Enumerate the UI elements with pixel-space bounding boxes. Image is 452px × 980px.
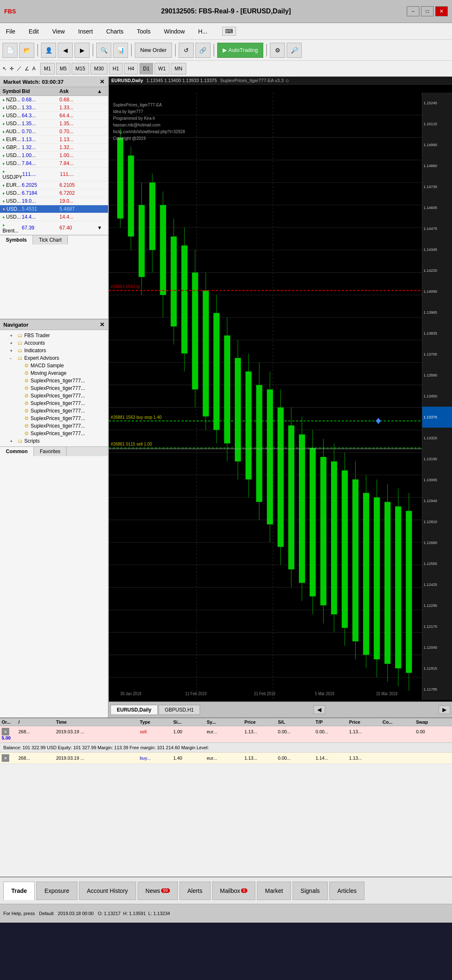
tf-m30[interactable]: M30 [90, 63, 108, 75]
tab-market[interactable]: Market [257, 882, 291, 900]
minimize-button[interactable]: − [407, 6, 419, 16]
pending-tp: 1.14... [316, 756, 349, 761]
menu-tools[interactable]: Tools [134, 26, 153, 36]
tab-tick-chart[interactable]: Tick Chart [33, 235, 68, 245]
tab-symbols[interactable]: Symbols [0, 235, 33, 245]
tf-m1[interactable]: M1 [40, 63, 55, 75]
nav-item-indicators[interactable]: + 🗂 Indicators [2, 347, 106, 354]
cursor-tool[interactable]: ↖ [3, 66, 7, 72]
market-row[interactable]: ♦ USD... 6.7184 6.7202 [0, 189, 108, 197]
tab-common[interactable]: Common [0, 447, 34, 456]
nav-item-suplex5[interactable]: ⚙ SuplexPrices_tiger777... [2, 407, 106, 415]
order-close-button[interactable]: ✕ [2, 728, 9, 735]
market-row[interactable]: ♦ USDJPY 111.... 111.... [0, 168, 108, 181]
tab-account-history[interactable]: Account History [79, 882, 136, 900]
connect-button[interactable]: 🔗 [195, 43, 211, 58]
angle-tool[interactable]: ∠ [25, 66, 29, 72]
nav-item-suplex2[interactable]: ⚙ SuplexPrices_tiger777... [2, 384, 106, 392]
nav-item-macd[interactable]: ⚙ MACD Sample [2, 362, 106, 369]
menu-charts[interactable]: Charts [104, 26, 126, 36]
svg-rect-30 [117, 137, 123, 218]
menu-file[interactable]: File [3, 26, 18, 36]
back-button[interactable]: ◀ [58, 43, 73, 58]
market-row-selected[interactable]: ♦ USD... 5.4531 5.4687 [0, 205, 108, 213]
autotrading-button[interactable]: ▶ AutoTrading [217, 43, 263, 58]
nav-item-fbs-trader[interactable]: + 🗂 FBS Trader [2, 332, 106, 339]
crosshair-tool[interactable]: ✛ [10, 66, 14, 72]
tf-mn[interactable]: MN [171, 63, 186, 75]
nav-item-suplex8[interactable]: ⚙ SuplexPrices_tiger777... [2, 430, 106, 437]
new-order-button[interactable]: New Order [135, 43, 172, 58]
profiles-button[interactable]: 👤 [41, 43, 56, 58]
pending-close-button[interactable]: ✕ [2, 754, 9, 762]
nav-item-expert-advisors[interactable]: - 🗂 Expert Advisors [2, 354, 106, 362]
expand-icon: + [10, 341, 16, 346]
market-row[interactable]: ♦ USD... 1.35... 1.35... [0, 120, 108, 128]
tf-w1[interactable]: W1 [154, 63, 170, 75]
menu-edit[interactable]: Edit [26, 26, 41, 36]
market-row[interactable]: ♦ NZD... 0.68... 0.68... [0, 96, 108, 104]
text-tool[interactable]: A [32, 66, 36, 72]
chart-scroll-left[interactable]: ◀ [313, 705, 325, 714]
tab-articles[interactable]: Articles [329, 882, 365, 900]
market-row[interactable]: ♦ USD... 19.0... 19.0... [0, 197, 108, 205]
market-row[interactable]: ♦ USD... 14.4... 14.4... [0, 213, 108, 221]
nav-item-suplex7[interactable]: ⚙ SuplexPrices_tiger777... [2, 422, 106, 430]
zoom-in-button[interactable]: 🔍 [96, 43, 111, 58]
nav-item-accounts[interactable]: + 🗂 Accounts [2, 339, 106, 347]
market-row[interactable]: ♦ GBP... 1.32... 1.32... [0, 144, 108, 152]
refresh-button[interactable]: ↺ [179, 43, 194, 58]
market-row[interactable]: ♦ USD... 64.3... 64.4... [0, 112, 108, 120]
nav-item-suplex1[interactable]: ⚙ SuplexPrices_tiger777... [2, 377, 106, 384]
tab-trade[interactable]: Trade [3, 882, 35, 900]
tf-m5[interactable]: M5 [56, 63, 71, 75]
market-row[interactable]: ♦ EUR... 1.13... 1.13... [0, 136, 108, 144]
nav-item-suplex4[interactable]: ⚙ SuplexPrices_tiger777... [2, 400, 106, 407]
search-button[interactable]: 🔎 [287, 43, 302, 58]
forward-button[interactable]: ▶ [74, 43, 90, 58]
menu-window[interactable]: Window [162, 26, 187, 36]
market-row[interactable]: ♦ USD... 1.33... 1.33... [0, 104, 108, 112]
keyboard-icon[interactable]: ⌨ [222, 27, 236, 36]
status-bar: For Help, press Default 2019.03.18 00:00… [0, 904, 452, 923]
tf-d1[interactable]: D1 [139, 63, 153, 75]
market-row[interactable]: ♦ Brent... 67.39 67.40 ▼ [0, 221, 108, 235]
indicator-button[interactable]: 📊 [113, 43, 128, 58]
window-title: 290132505: FBS-Real-9 - [EURUSD,Daily] [161, 8, 291, 15]
navigator-close[interactable]: ✕ [100, 321, 105, 328]
tab-favorites[interactable]: Favorites [34, 447, 67, 456]
maximize-button[interactable]: □ [421, 6, 434, 16]
tab-news[interactable]: News99 [138, 882, 178, 900]
tf-m15[interactable]: M15 [72, 63, 89, 75]
market-row[interactable]: ♦ EUR... 6.2025 6.2105 [0, 181, 108, 189]
chart-scroll-right[interactable]: ▶ [439, 705, 450, 714]
open-button[interactable]: 📂 [19, 43, 34, 58]
market-row[interactable]: ♦ USD... 7.84... 7.84... [0, 160, 108, 168]
menu-view[interactable]: View [50, 26, 67, 36]
tf-h4[interactable]: H4 [124, 63, 138, 75]
line-tool[interactable]: ／ [17, 65, 22, 72]
nav-item-suplex6[interactable]: ⚙ SuplexPrices_tiger777... [2, 415, 106, 422]
nav-item-ma[interactable]: ⚙ Moving Average [2, 369, 106, 377]
tab-signals[interactable]: Signals [293, 882, 328, 900]
tab-exposure[interactable]: Exposure [36, 882, 77, 900]
new-chart-button[interactable]: 📄 [3, 43, 18, 58]
market-row[interactable]: ♦ AUD... 0.70... 0.70... [0, 128, 108, 136]
chart-tab-eurusd[interactable]: EURUSD,Daily [110, 705, 158, 715]
menu-insert[interactable]: Insert [76, 26, 95, 36]
chart-tab-gbpusd[interactable]: GBPUSD,H1 [159, 705, 200, 715]
market-watch-close[interactable]: ✕ [100, 78, 105, 85]
menu-help[interactable]: H... [196, 26, 210, 36]
close-button[interactable]: ✕ [435, 6, 448, 16]
separator-1 [37, 44, 38, 57]
nav-item-suplex3[interactable]: ⚙ SuplexPrices_tiger777... [2, 392, 106, 400]
tab-alerts[interactable]: Alerts [180, 882, 211, 900]
svg-rect-48 [213, 313, 220, 430]
chart-settings-button[interactable]: ⚙ [270, 43, 285, 58]
market-row[interactable]: ♦ USD... 1.00... 1.00... [0, 152, 108, 160]
tf-h1[interactable]: H1 [109, 63, 123, 75]
nav-item-scripts[interactable]: + 🗂 Scripts [2, 437, 106, 445]
tab-mailbox[interactable]: Mailbox6 [212, 882, 256, 900]
symbol-tabs: Symbols Tick Chart [0, 235, 108, 245]
pending-id: 268... [18, 756, 56, 761]
